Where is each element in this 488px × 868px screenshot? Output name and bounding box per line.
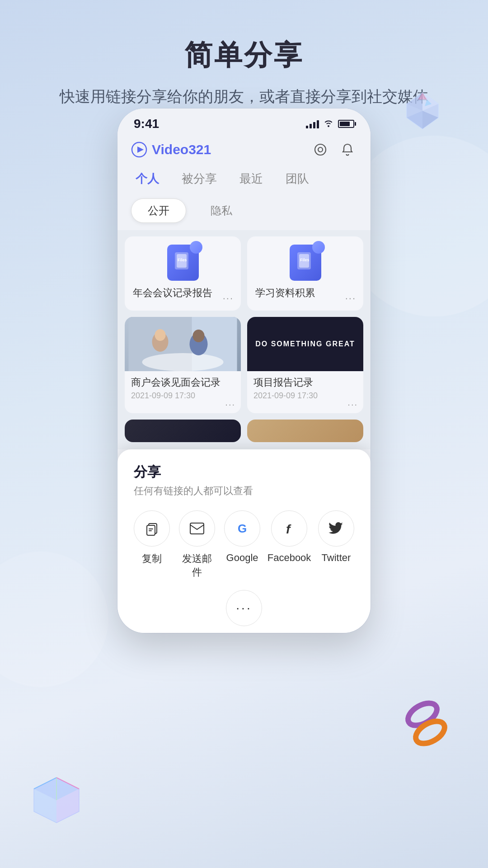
more-label: 更多	[234, 632, 254, 633]
file-name-1: 年会会议记录报告	[133, 286, 233, 300]
video-thumb-1	[125, 317, 241, 371]
share-title: 分享	[134, 463, 354, 481]
video-card-meeting[interactable]: 商户会谈见面会记录 2021-09-09 17:30 ···	[125, 317, 241, 413]
more-dots-icon: ···	[236, 601, 252, 615]
video-info-2: 项目报告记录 2021-09-09 17:30	[247, 371, 363, 413]
svg-point-25	[193, 330, 205, 342]
battery-icon	[338, 120, 354, 128]
copy-icon	[134, 510, 170, 547]
share-option-copy[interactable]: 复制	[134, 510, 170, 579]
share-option-facebook[interactable]: f Facebook	[269, 510, 309, 579]
facebook-label: Facebook	[267, 552, 311, 564]
app-header: Video321	[117, 136, 371, 166]
file-name-2: 学习资料积累	[255, 286, 355, 300]
svg-point-12	[315, 144, 326, 155]
share-option-twitter[interactable]: Twitter	[318, 510, 354, 579]
svg-point-21	[142, 353, 224, 371]
status-icons	[306, 119, 354, 129]
status-time: 9:41	[134, 117, 159, 131]
filter-public[interactable]: 公开	[131, 198, 186, 223]
app-logo: Video321	[131, 142, 211, 158]
email-icon	[179, 510, 215, 547]
svg-point-34	[412, 717, 449, 748]
partial-card-2	[247, 420, 363, 442]
copy-label: 复制	[142, 552, 162, 566]
crystal-decoration	[402, 90, 443, 131]
tab-personal[interactable]: 个人	[127, 166, 168, 191]
video-thumb-text: DO SOMETHING GREAT	[255, 340, 355, 349]
video-more-2[interactable]: ···	[347, 399, 358, 410]
more-icon-circle[interactable]: ···	[226, 590, 262, 626]
share-more-option: ··· 更多	[134, 590, 354, 633]
email-label: 发送邮件	[179, 552, 215, 579]
partial-card-1	[125, 420, 241, 442]
video-thumb-2: DO SOMETHING GREAT	[247, 317, 363, 371]
svg-marker-10	[137, 146, 144, 153]
partial-cards-row	[117, 420, 371, 449]
google-label: Google	[226, 552, 258, 564]
share-option-email[interactable]: 发送邮件	[179, 510, 215, 579]
header-actions	[311, 140, 357, 159]
google-icon: G	[224, 510, 260, 547]
video-more-1[interactable]: ···	[225, 399, 235, 410]
content-grid: Files 年会会议记录报告 ··· Files	[117, 230, 371, 420]
file-icon-1: Files	[167, 245, 199, 281]
notification-button[interactable]	[338, 140, 357, 159]
tab-recent[interactable]: 最近	[230, 166, 272, 191]
signal-icon	[306, 119, 319, 128]
svg-rect-29	[149, 530, 152, 531]
facebook-icon: f	[271, 510, 307, 547]
tab-shared[interactable]: 被分享	[173, 166, 226, 191]
video-card-project[interactable]: DO SOMETHING GREAT 项目报告记录 2021-09-09 17:…	[247, 317, 363, 413]
share-option-google[interactable]: G Google	[224, 510, 260, 579]
filter-row: 公开 隐私	[117, 191, 371, 230]
cube-decoration	[27, 773, 86, 832]
share-subtitle: 任何有链接的人都可以查看	[134, 484, 354, 498]
video-date-1: 2021-09-09 17:30	[131, 391, 235, 401]
file-more-2[interactable]: ···	[345, 292, 356, 304]
twitter-label: Twitter	[322, 552, 351, 564]
tab-team[interactable]: 团队	[277, 166, 318, 191]
video-name-1: 商户会谈见面会记录	[131, 376, 235, 389]
phone-frame: 9:41	[117, 108, 371, 633]
status-bar: 9:41	[117, 108, 371, 136]
file-card-1[interactable]: Files 年会会议记录报告 ···	[125, 236, 241, 311]
svg-rect-28	[149, 528, 153, 529]
svg-text:Files: Files	[300, 258, 310, 262]
logo-text: Video321	[152, 142, 211, 157]
file-card-2[interactable]: Files 学习资料积累 ···	[247, 236, 363, 311]
filter-private[interactable]: 隐私	[194, 198, 249, 223]
share-sheet: 分享 任何有链接的人都可以查看 复制	[117, 449, 371, 633]
video-name-2: 项目报告记录	[253, 376, 357, 389]
file-more-1[interactable]: ···	[223, 292, 234, 304]
video-info-1: 商户会谈见面会记录 2021-09-09 17:30	[125, 371, 241, 413]
logo-play-icon	[131, 142, 147, 158]
nav-tabs: 个人 被分享 最近 团队	[117, 166, 371, 191]
phone-mockup: 9:41	[117, 108, 371, 651]
svg-text:f: f	[286, 522, 291, 536]
share-options-row: 复制 发送邮件 G	[134, 510, 354, 579]
file-icon-2: Files	[290, 245, 321, 281]
wifi-icon	[324, 119, 333, 129]
svg-point-23	[155, 329, 166, 341]
twitter-icon	[318, 510, 354, 547]
svg-text:Files: Files	[178, 258, 187, 262]
svg-text:G: G	[238, 522, 247, 535]
svg-rect-30	[190, 523, 204, 534]
settings-button[interactable]	[311, 140, 330, 159]
svg-point-11	[318, 147, 323, 152]
video-date-2: 2021-09-09 17:30	[253, 391, 357, 401]
page-title: 简单分享	[0, 0, 488, 74]
chain-decoration	[398, 692, 452, 755]
